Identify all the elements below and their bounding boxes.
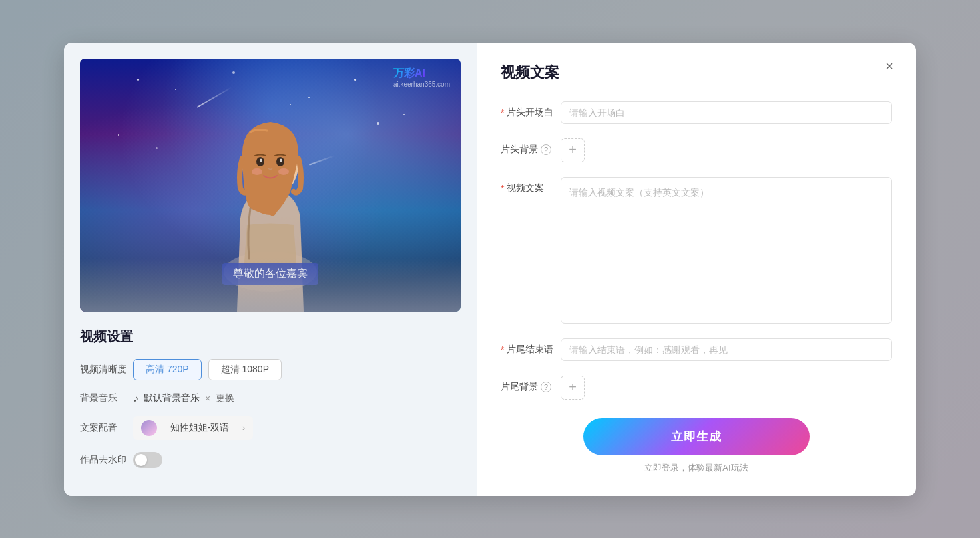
left-panel: 尊敬的各位嘉宾 万彩AI ai.keerhan365.com 视频设置 视频清 [64,43,477,496]
svg-point-8 [278,168,289,175]
panel-title: 视频文案 [501,63,892,83]
watermark-label: 作品去水印 [80,454,133,466]
content-label: * 视频文案 [501,177,561,194]
music-note-icon: ♪ [133,392,138,404]
ending-bg-row: 片尾背景 ? + [501,376,892,400]
header-bg-row: 片头背景 ? + [501,138,892,162]
generate-button[interactable]: 立即生成 [583,418,810,455]
bottom-fade [80,258,461,312]
voice-name: 知性姐姐-双语 [170,422,230,434]
content-row: * 视频文案 [501,177,892,324]
settings-title: 视频设置 [80,328,461,346]
voice-row: 文案配音 知性姐姐-双语 › [80,416,461,440]
ending-bg-add-button[interactable]: + [561,376,585,400]
music-close-icon[interactable]: × [205,393,210,404]
help-icon[interactable]: ? [541,144,551,155]
music-row: 背景音乐 ♪ 默认背景音乐 × 更换 [80,392,461,404]
svg-point-6 [280,158,282,162]
generate-section: 立即生成 立即登录，体验最新AI玩法 [501,418,892,474]
content-textarea[interactable] [561,177,892,324]
required-star: * [501,107,504,118]
watermark-toggle[interactable] [133,452,162,468]
settings-section: 视频设置 视频清晰度 高清 720P 超清 1080P 背景音乐 ♪ 默认背景音… [80,312,461,468]
generate-hint: 立即登录，体验最新AI玩法 [644,462,748,474]
quality-label: 视频清晰度 [80,364,133,376]
watermark: 万彩AI ai.keerhan365.com [393,67,450,88]
voice-label: 文案配音 [80,422,133,434]
header-bg-add-button[interactable]: + [561,138,585,162]
ending-input[interactable] [561,338,892,361]
music-name: 默认背景音乐 [144,392,200,404]
music-control: ♪ 默认背景音乐 × 更换 [133,392,234,404]
quality-1080p-button[interactable]: 超清 1080P [208,359,282,380]
ending-row: * 片尾结束语 [501,338,892,361]
close-button[interactable]: × [879,56,900,77]
opening-row: * 片头开场白 [501,101,892,124]
video-preview: 尊敬的各位嘉宾 万彩AI ai.keerhan365.com [80,59,461,312]
music-label: 背景音乐 [80,392,133,404]
opening-label: * 片头开场白 [501,101,561,119]
quality-buttons: 高清 720P 超清 1080P [133,359,282,380]
header-bg-label: 片头背景 ? [501,138,561,156]
right-panel: × 视频文案 * 片头开场白 片头背景 ? + [477,43,916,496]
ending-bg-label: 片尾背景 ? [501,376,561,393]
voice-avatar [141,420,157,436]
ending-help-icon[interactable]: ? [541,382,551,392]
ending-label: * 片尾结束语 [501,338,561,356]
quality-row: 视频清晰度 高清 720P 超清 1080P [80,359,461,380]
voice-selector[interactable]: 知性姐姐-双语 › [133,416,253,440]
required-star-3: * [501,344,504,355]
svg-point-5 [260,158,262,162]
modal-dialog: 尊敬的各位嘉宾 万彩AI ai.keerhan365.com 视频设置 视频清 [64,43,916,496]
watermark-row: 作品去水印 [80,452,461,468]
svg-point-7 [252,168,262,175]
modal-overlay: 尊敬的各位嘉宾 万彩AI ai.keerhan365.com 视频设置 视频清 [0,0,980,538]
required-star-2: * [501,183,504,194]
quality-720p-button[interactable]: 高清 720P [133,359,202,380]
chevron-right-icon: › [242,423,245,433]
music-change-button[interactable]: 更换 [216,392,234,404]
opening-input[interactable] [561,101,892,124]
